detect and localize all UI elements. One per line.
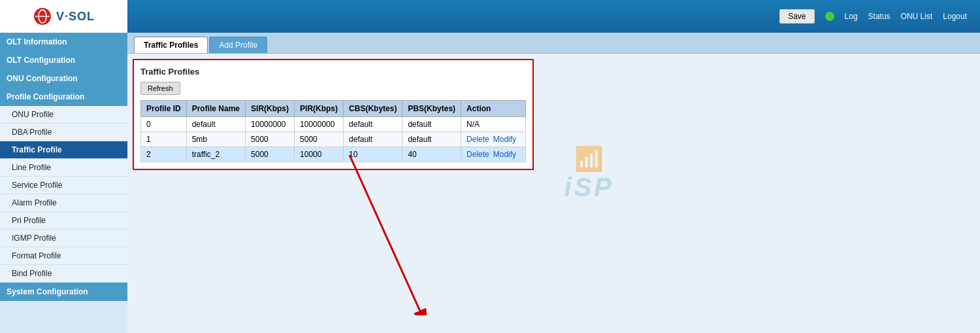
traffic-profiles-box: Traffic Profiles Refresh Profile ID Prof… [133, 59, 534, 170]
status-indicator [825, 12, 834, 21]
table-cell: default [344, 117, 402, 132]
delete-link[interactable]: Delete [466, 135, 489, 144]
table-cell: 5000 [246, 147, 295, 162]
col-header-pir: PIR(Kbps) [295, 101, 344, 117]
table-cell: 1 [141, 132, 187, 147]
table-cell-action: DeleteModify [461, 147, 526, 162]
table-cell: default [402, 117, 461, 132]
table-cell: 10000000 [246, 117, 295, 132]
table-row: 0default1000000010000000defaultdefaultN/… [141, 117, 526, 132]
svg-line-4 [350, 155, 428, 315]
col-header-cbs: CBS(Kbytes) [344, 101, 402, 117]
sidebar-item-igmp-profile[interactable]: IGMP Profile [0, 230, 127, 247]
table-row: 2traffic_25000100001040DeleteModify [141, 147, 526, 162]
sidebar-item-pri-profile[interactable]: Pri Profile [0, 212, 127, 230]
sidebar-item-dba-profile[interactable]: DBA Profile [0, 124, 127, 141]
logo-area: V·SOL [0, 0, 127, 33]
sidebar-item-traffic-profile[interactable]: Traffic Profile [0, 141, 127, 159]
refresh-button[interactable]: Refresh [140, 82, 180, 95]
sidebar-item-onu-configuration[interactable]: ONU Configuration [0, 69, 127, 88]
col-header-action: Action [461, 101, 526, 117]
table-cell: 5mb [186, 132, 245, 147]
save-button[interactable]: Save [779, 9, 814, 24]
col-header-id: Profile ID [141, 101, 187, 117]
table-cell: traffic_2 [186, 147, 245, 162]
isp-watermark: 📶 iSP [564, 145, 614, 202]
col-header-name: Profile Name [186, 101, 245, 117]
table-cell: default [186, 117, 245, 132]
modify-link[interactable]: Modify [493, 135, 516, 144]
wifi-icon: 📶 [574, 145, 604, 173]
modify-link[interactable]: Modify [493, 150, 516, 159]
log-link[interactable]: Log [845, 12, 858, 21]
sidebar-item-line-profile[interactable]: Line Profile [0, 159, 127, 177]
sidebar-item-olt-information[interactable]: OLT Information [0, 33, 127, 51]
sidebar-item-onu-profile[interactable]: ONU Profile [0, 106, 127, 124]
table-cell: 2 [141, 147, 187, 162]
tab-traffic-profiles[interactable]: Traffic Profiles [134, 37, 208, 53]
tab-bar: Traffic Profiles Add Profile [127, 33, 980, 54]
profiles-table: Profile ID Profile Name SIR(Kbps) PIR(Kb… [140, 100, 526, 162]
tab-add-profile[interactable]: Add Profile [209, 37, 267, 53]
sidebar: OLT Information OLT Configuration ONU Co… [0, 33, 127, 333]
sidebar-item-format-profile[interactable]: Format Profile [0, 247, 127, 265]
logo-text: V·SOL [56, 10, 95, 24]
traffic-profiles-title: Traffic Profiles [140, 67, 526, 77]
delete-link[interactable]: Delete [466, 150, 489, 159]
header-actions: Save Log Status ONU List Logout [779, 9, 967, 24]
onu-list-link[interactable]: ONU List [901, 12, 933, 21]
sidebar-item-system-configuration[interactable]: System Configuration [0, 283, 127, 301]
table-cell: 5000 [295, 132, 344, 147]
table-cell: 10000 [295, 147, 344, 162]
sidebar-item-service-profile[interactable]: Service Profile [0, 177, 127, 194]
sidebar-item-bind-profile[interactable]: Bind Profile [0, 265, 127, 283]
table-cell: default [402, 132, 461, 147]
table-cell: 10 [344, 147, 402, 162]
isp-text: iSP [564, 173, 614, 202]
table-cell: 40 [402, 147, 461, 162]
status-link[interactable]: Status [868, 12, 890, 21]
table-cell: 10000000 [295, 117, 344, 132]
vsol-logo-icon [33, 7, 52, 26]
sidebar-item-alarm-profile[interactable]: Alarm Profile [0, 194, 127, 212]
table-cell: 5000 [246, 132, 295, 147]
table-cell: default [344, 132, 402, 147]
table-cell-action: N/A [461, 117, 526, 132]
table-row: 15mb50005000defaultdefaultDeleteModify [141, 132, 526, 147]
table-cell: 0 [141, 117, 187, 132]
main-content: Traffic Profiles Refresh Profile ID Prof… [127, 54, 980, 333]
col-header-pbs: PBS(Kbytes) [402, 101, 461, 117]
table-cell-action: DeleteModify [461, 132, 526, 147]
sidebar-item-olt-configuration[interactable]: OLT Configuration [0, 51, 127, 69]
logout-link[interactable]: Logout [943, 12, 967, 21]
col-header-sir: SIR(Kbps) [246, 101, 295, 117]
sidebar-item-profile-configuration[interactable]: Profile Configuration [0, 88, 127, 106]
